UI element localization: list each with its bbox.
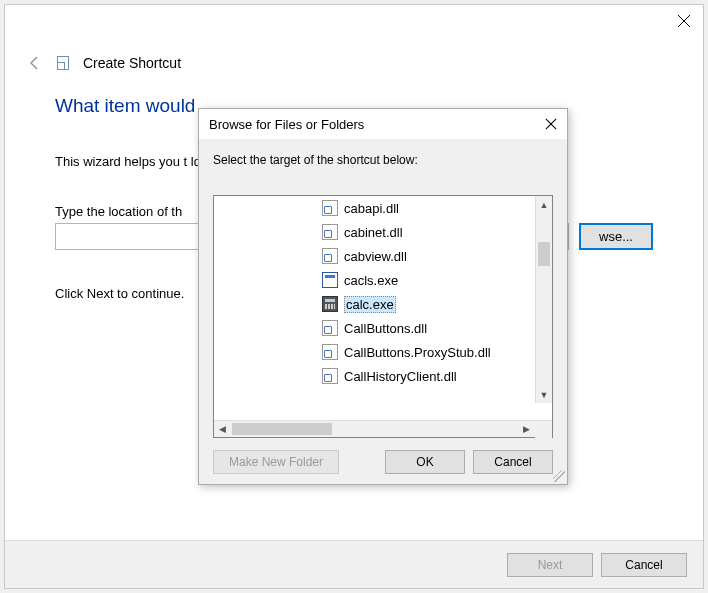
next-button[interactable]: Next [507, 553, 593, 577]
calc-file-icon [322, 296, 338, 312]
file-name: CallHistoryClient.dll [344, 369, 457, 384]
horizontal-scroll-thumb[interactable] [232, 423, 332, 435]
dialog-body: Select the target of the shortcut below:… [199, 139, 567, 484]
browse-dialog: Browse for Files or Folders Select the t… [198, 108, 568, 485]
wizard-title: Create Shortcut [83, 55, 181, 71]
dialog-button-row: Make New Folder OK Cancel [213, 438, 553, 474]
file-name: CallButtons.dll [344, 321, 427, 336]
scroll-down-icon[interactable]: ▼ [536, 386, 552, 403]
wizard-header: Create Shortcut [5, 37, 703, 79]
dialog-instruction: Select the target of the shortcut below: [213, 153, 553, 167]
dll-file-icon [322, 344, 338, 360]
shortcut-icon [57, 56, 69, 70]
scroll-up-icon[interactable]: ▲ [536, 196, 552, 213]
close-icon[interactable] [677, 14, 691, 28]
horizontal-scrollbar[interactable]: ◀ ▶ [214, 420, 552, 437]
file-row[interactable]: cacls.exe [214, 268, 552, 292]
dll-file-icon [322, 200, 338, 216]
file-row[interactable]: cabview.dll [214, 244, 552, 268]
file-row[interactable]: cabapi.dll [214, 196, 552, 220]
vertical-scroll-thumb[interactable] [538, 242, 550, 266]
file-row[interactable]: CallButtons.ProxyStub.dll [214, 340, 552, 364]
file-list[interactable]: cabapi.dllcabinet.dllcabview.dllcacls.ex… [214, 196, 552, 420]
dll-file-icon [322, 224, 338, 240]
file-name: cacls.exe [344, 273, 398, 288]
file-name: cabview.dll [344, 249, 407, 264]
file-row[interactable]: CallButtons.dll [214, 316, 552, 340]
file-name: cabapi.dll [344, 201, 399, 216]
dll-file-icon [322, 320, 338, 336]
dialog-buttons-right: OK Cancel [385, 450, 553, 474]
scrollbar-corner [535, 421, 552, 438]
dll-file-icon [322, 248, 338, 264]
file-name: cabinet.dll [344, 225, 403, 240]
folder-tree: cabapi.dllcabinet.dllcabview.dllcacls.ex… [213, 195, 553, 438]
browse-button[interactable]: wse... [579, 223, 653, 250]
file-name: calc.exe [344, 296, 396, 313]
scroll-right-icon[interactable]: ▶ [518, 421, 535, 437]
file-row[interactable]: calc.exe [214, 292, 552, 316]
exe1-file-icon [322, 272, 338, 288]
wizard-bottom-bar: Next Cancel [5, 540, 703, 588]
scroll-left-icon[interactable]: ◀ [214, 421, 231, 437]
ok-button[interactable]: OK [385, 450, 465, 474]
file-name: CallButtons.ProxyStub.dll [344, 345, 491, 360]
vertical-scrollbar[interactable]: ▲ ▼ [535, 196, 552, 403]
dialog-close-icon[interactable] [545, 118, 557, 130]
window-titlebar [5, 5, 703, 37]
dialog-cancel-button[interactable]: Cancel [473, 450, 553, 474]
back-arrow-icon[interactable] [27, 55, 43, 71]
file-row[interactable]: cabinet.dll [214, 220, 552, 244]
dialog-title: Browse for Files or Folders [209, 117, 364, 132]
make-new-folder-button[interactable]: Make New Folder [213, 450, 339, 474]
dialog-titlebar: Browse for Files or Folders [199, 109, 567, 139]
resize-grip-icon[interactable] [553, 470, 565, 482]
file-row[interactable]: CallHistoryClient.dll [214, 364, 552, 388]
wizard-cancel-button[interactable]: Cancel [601, 553, 687, 577]
dll-file-icon [322, 368, 338, 384]
